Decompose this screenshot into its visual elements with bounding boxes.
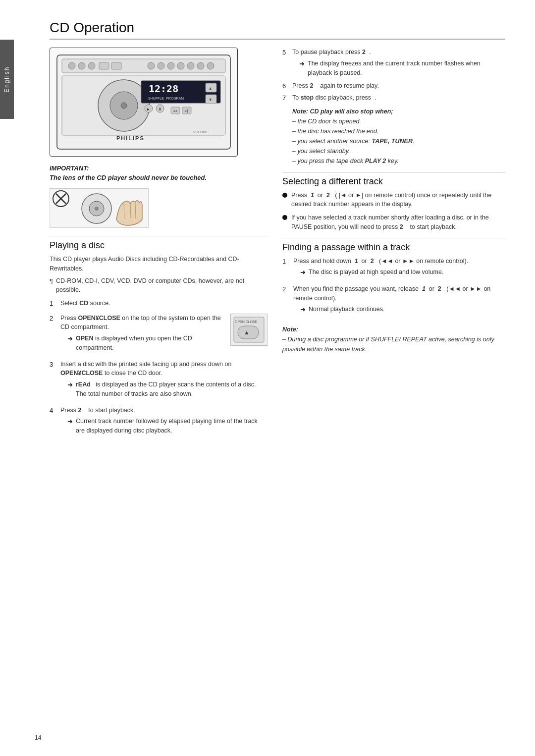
important-text: The lens of the CD player should never b… (50, 174, 268, 181)
finding-steps: 1 Press and hold down 1 or 2 (◄◄ or ►► o… (282, 257, 505, 317)
arrow-icon-f2: ➜ (300, 305, 306, 315)
svg-point-10 (177, 62, 184, 69)
finding-step-2-arrow: ➜ Normal playback continues. (300, 305, 505, 315)
svg-text:◄◄: ◄◄ (173, 109, 177, 113)
page-title: CD Operation (50, 20, 505, 40)
step-3-arrow: ➜ rEAd is displayed as the CD player sca… (67, 380, 268, 399)
finding-note-text: – During a disc programme or if SHUFFLE/… (282, 334, 505, 354)
svg-point-4 (88, 62, 95, 69)
finding-step-2-num: 2 (282, 284, 289, 294)
playing-note: ¶ CD-ROM, CD-I, CDV, VCD, DVD or compute… (50, 276, 268, 295)
step-1-content: Select CD source. (60, 299, 268, 308)
step-7-num: 7 (282, 93, 289, 103)
section-finding-heading: Finding a passage within a track (282, 242, 505, 253)
cd-player-image: 12:28 SHUFFLE PROGRAM ▶ ⏸ ▲ (50, 48, 238, 157)
svg-point-8 (158, 62, 164, 69)
step-7-note: Note: CD play will also stop when; – the… (292, 107, 505, 166)
finding-note-block: Note: – During a disc programme or if SH… (282, 324, 505, 354)
step-1-num: 1 (50, 299, 56, 309)
svg-text:▲: ▲ (209, 86, 212, 91)
selecting-divider (282, 172, 505, 172)
step-5-num: 5 (282, 48, 289, 57)
svg-point-41 (95, 207, 99, 211)
svg-point-12 (197, 62, 204, 69)
svg-text:VOLUME: VOLUME (193, 130, 208, 134)
playing-note-text: CD-ROM, CD-I, CDV, VCD, DVD or computer … (56, 276, 268, 295)
arrow-icon-5: ➜ (299, 59, 305, 78)
page-wrapper: English CD Operation (0, 0, 535, 756)
finding-step-1: 1 Press and hold down 1 or 2 (◄◄ or ►► o… (282, 257, 505, 279)
step-2: 2 Press OPEN¥CLOSE on the top of the sys… (50, 314, 268, 355)
arrow-icon-2: ➜ (67, 334, 73, 353)
hand-disc-image (50, 188, 149, 228)
note-line-5: – you press the tape deck PLAY 2 key. (292, 156, 505, 166)
step-4: 4 Press 2 to start playback. ➜ Current t… (50, 406, 268, 437)
step-5: 5 To pause playback press 2 . ➜ The disp… (282, 48, 505, 79)
selecting-bullet-1-text: Press 1 or 2 ( |◄ or ►| on remote contro… (291, 191, 505, 210)
svg-point-3 (78, 62, 85, 69)
left-column: 12:28 SHUFFLE PROGRAM ▶ ⏸ ▲ (50, 48, 268, 442)
page-number: 14 (35, 734, 41, 741)
selecting-bullets: Press 1 or 2 ( |◄ or ►| on remote contro… (282, 191, 505, 232)
svg-point-11 (187, 62, 194, 69)
svg-text:12:28: 12:28 (149, 83, 178, 95)
step-3-content: Insert a disc with the printed side faci… (60, 360, 268, 401)
playing-steps: 1 Select CD source. 2 Press OPEN¥CLOSE o… (50, 299, 268, 437)
step-1: 1 Select CD source. (50, 299, 268, 309)
selecting-bullet-1: Press 1 or 2 ( |◄ or ►| on remote contro… (282, 191, 505, 210)
svg-point-13 (207, 62, 214, 69)
step-4-arrow-text: Current track number followed by elapsed… (76, 417, 268, 435)
note-label-text: Note: (282, 326, 298, 333)
step-7: 7 To stop disc playback, press . Note: C… (282, 93, 505, 166)
finding-note-label: Note: (282, 324, 505, 334)
finding-step-2: 2 When you find the passage you want, re… (282, 284, 505, 317)
finding-step-1-num: 1 (282, 257, 289, 267)
svg-text:PROGRAM: PROGRAM (166, 97, 184, 100)
finding-step-2-content: When you find the passage you want, rele… (293, 284, 505, 317)
step-5-arrow: ➜ The display freezes and the current tr… (299, 59, 505, 78)
svg-text:SHUFFLE: SHUFFLE (148, 97, 164, 100)
svg-rect-5 (99, 62, 109, 69)
playing-divider (50, 236, 268, 236)
svg-text:▶: ▶ (147, 107, 150, 111)
sidebar: English (0, 40, 14, 119)
step-7-content: To stop disc playback, press . Note: CD … (292, 93, 505, 166)
main-content: CD Operation (20, 0, 535, 756)
bullet-dot-1 (282, 193, 287, 198)
step-3-arrow-text: rEAd is displayed as the CD player scans… (76, 380, 268, 399)
step-6-content: Press 2 again to resume play. (292, 81, 505, 91)
arrow-icon-4: ➜ (67, 417, 73, 435)
selecting-bullet-2: If you have selected a track number shor… (282, 213, 505, 232)
finding-step-1-arrow-text: The disc is played at high speed and low… (309, 268, 443, 277)
step-2-arrow: ➜ OPEN is displayed when you open the CD… (67, 334, 226, 353)
step-3: 3 Insert a disc with the printed side fa… (50, 360, 268, 401)
svg-text:PHILIPS: PHILIPS (116, 135, 145, 141)
section-selecting-heading: Selecting a different track (282, 176, 505, 187)
step-5-content: To pause playback press 2 . ➜ The displa… (292, 48, 505, 79)
svg-point-2 (68, 62, 75, 69)
svg-rect-6 (111, 62, 121, 69)
section-playing-heading: Playing a disc (50, 240, 268, 251)
two-col-layout: 12:28 SHUFFLE PROGRAM ▶ ⏸ ▲ (50, 48, 505, 442)
step-2-num: 2 (50, 314, 56, 324)
finding-step-1-content: Press and hold down 1 or 2 (◄◄ or ►► on … (293, 257, 505, 279)
svg-text:▼: ▼ (209, 97, 212, 102)
note-line-2: – the disc has reached the end. (292, 126, 505, 136)
open-close-button-img: OPEN·CLOSE ▲ (230, 314, 268, 346)
important-section: IMPORTANT: The lens of the CD player sho… (50, 164, 268, 181)
svg-point-9 (167, 62, 174, 69)
note-line-3: – you select another source: TAPE, TUNER… (292, 136, 505, 146)
finding-step-1-arrow: ➜ The disc is played at high speed and l… (300, 268, 505, 277)
step-6: 6 Press 2 again to resume play. (282, 81, 505, 91)
svg-text:⏸: ⏸ (158, 107, 161, 111)
finding-divider (282, 238, 505, 238)
step-2-arrow-text: OPEN is displayed when you open the CD c… (76, 334, 226, 353)
svg-text:▲: ▲ (244, 329, 250, 336)
svg-point-17 (121, 103, 127, 108)
pilcrow-icon: ¶ (50, 276, 53, 286)
sidebar-label: English (3, 66, 10, 92)
arrow-icon-f1: ➜ (300, 268, 306, 277)
right-column: 5 To pause playback press 2 . ➜ The disp… (282, 48, 505, 442)
note-line-1: – the CD door is opened. (292, 116, 505, 126)
svg-text:◄|: ◄| (184, 109, 188, 113)
